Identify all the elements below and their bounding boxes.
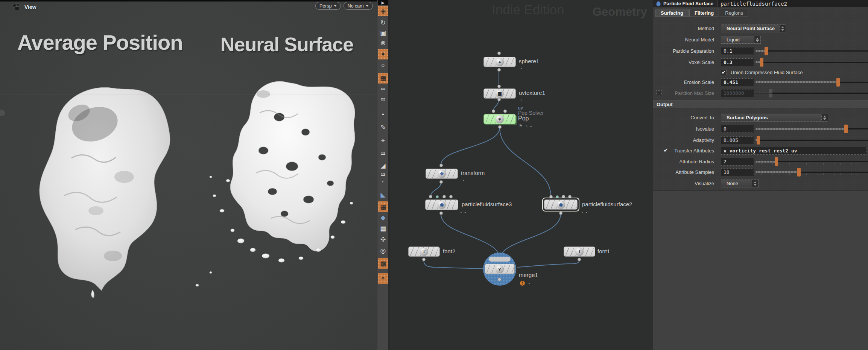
font-node-icon: T [575, 248, 584, 256]
perspective-menu-button[interactable]: Persp [315, 2, 341, 10]
output-section-header[interactable]: Output [653, 100, 868, 108]
particle-separation-slider[interactable] [756, 47, 868, 55]
particle-separation-field[interactable]: 0.1 [721, 47, 754, 55]
node-merge1[interactable]: ⋎ [485, 264, 515, 274]
multi-texture-icon[interactable]: ◆ [378, 212, 388, 223]
node-input-dot[interactable] [449, 195, 453, 198]
node-input-dot[interactable] [492, 110, 495, 113]
display-points-icon[interactable]: • [378, 109, 388, 120]
voxel-scale-slider[interactable] [756, 58, 868, 66]
profile-curves-icon[interactable]: ◜ [378, 177, 388, 188]
camera-icon [13, 4, 21, 11]
headlight-icon[interactable]: ✦ [378, 49, 388, 59]
attribute-radius-field[interactable]: 2 [721, 158, 754, 166]
param-row-neural-model: Neural Model Liquid [653, 36, 868, 44]
node-sphere1[interactable]: ● [483, 57, 516, 67]
disable-lighting-icon[interactable]: ⊗ [378, 38, 388, 48]
node-input-dot[interactable] [497, 52, 501, 55]
node-output-dot[interactable] [497, 68, 501, 72]
attribute-samples-field[interactable]: 10 [721, 168, 754, 176]
convert-to-dropdown[interactable]: Surface Polygons [721, 114, 828, 122]
param-row-attribute-samples: Attribute Samples 10 [653, 168, 868, 176]
node-input-dot[interactable] [439, 164, 443, 167]
point-numbers-icon[interactable]: 12 [378, 148, 388, 158]
node-label-particlefluidsurface3: particlefluidsurface3 [462, 201, 512, 207]
method-dropdown[interactable]: Neural Point Surface [721, 24, 786, 32]
union-compressed-checkbox[interactable]: ✔ [721, 70, 727, 75]
overlay-text-icon[interactable]: ◎ [378, 245, 388, 256]
spinner-icon[interactable] [779, 25, 786, 32]
node-transform[interactable]: ✥ [426, 169, 458, 179]
camera-select-button[interactable]: No cam [344, 2, 373, 10]
node-input-dot[interactable] [429, 195, 432, 198]
node-output-dot[interactable] [498, 125, 502, 129]
param-row-isovalue: Isovalue 0 [653, 125, 868, 133]
node-uvtexture1[interactable]: ▦ [483, 88, 516, 99]
spinner-icon[interactable] [821, 114, 828, 121]
merge-node-cap [489, 257, 511, 262]
attribute-samples-slider[interactable] [756, 168, 868, 176]
display-flags-icon[interactable]: ▤ [378, 223, 388, 234]
neural-model-dropdown[interactable]: Liquid [721, 36, 761, 44]
transfer-attributes-field[interactable]: v vorticity rest rest2 uv [721, 147, 867, 155]
particle-sprites-icon[interactable]: ✣ [378, 234, 388, 245]
param-row-attribute-radius: Attribute Radius 2 [653, 158, 868, 166]
scene-viewport[interactable]: View Persp No cam Average Position Neura… [0, 0, 377, 350]
chevron-down-icon [366, 5, 369, 7]
erosion-scale-slider[interactable] [756, 78, 868, 86]
node-input-dot[interactable] [442, 195, 446, 198]
point-normals-icon[interactable]: ✎ [378, 122, 388, 132]
lock-badge-icon: ▪ [586, 210, 587, 215]
wireframe-ghost-icon[interactable]: ▦ [378, 201, 388, 212]
tab-filtering[interactable]: Filtering [689, 9, 719, 17]
orbit-tool-icon[interactable]: ↻ [378, 17, 388, 28]
node-pop-solver[interactable]: ✶ [483, 114, 516, 124]
node-input-dot[interactable] [503, 110, 507, 113]
lighting-icon[interactable]: ○ [378, 60, 388, 71]
view-tool-indicator[interactable]: View [13, 4, 36, 11]
voxel-scale-field[interactable]: 0.3 [721, 58, 754, 66]
smooth-shaded-icon[interactable]: ▦ [378, 73, 388, 84]
tab-regions[interactable]: Regions [720, 9, 748, 17]
attribute-radius-slider[interactable] [756, 158, 868, 166]
flag-badge-icon[interactable]: ⚑ [519, 123, 523, 128]
node-input-dot[interactable] [497, 85, 501, 88]
param-row-method: Method Neural Point Surface [653, 24, 868, 32]
node-particlefluidsurface3[interactable]: ◉ [425, 199, 458, 210]
tab-surfacing[interactable]: Surfacing [655, 9, 689, 17]
node-output-dot[interactable] [578, 258, 581, 261]
view-tool-icon[interactable]: ◈ [378, 6, 388, 16]
adaptivity-slider[interactable] [756, 136, 868, 144]
isovalue-field[interactable]: 0 [721, 125, 754, 133]
adaptivity-field[interactable]: 0.005 [721, 136, 754, 144]
node-input-dot-uv[interactable] [436, 195, 439, 198]
spinner-icon[interactable] [752, 180, 758, 187]
node-output-dot[interactable] [439, 212, 443, 215]
node-output-dot[interactable] [559, 212, 562, 215]
ghost-objects-icon[interactable]: ∞ [378, 84, 388, 94]
point-markers-icon[interactable]: ⌖ [378, 135, 388, 146]
isovalue-slider[interactable] [756, 125, 868, 133]
background-image-icon[interactable]: ▩ [378, 258, 388, 269]
hide-objects-icon[interactable]: ∞ [378, 94, 388, 105]
shaded-normals-icon[interactable]: ◣ [378, 189, 388, 200]
node-name-field[interactable]: particlefluidsurface2 [717, 0, 868, 7]
node-output-dot[interactable] [422, 258, 426, 261]
camera-handles-icon[interactable]: ⌖ [378, 273, 388, 284]
visualize-dropdown[interactable]: None [721, 180, 759, 187]
lock-icon[interactable]: ▣ [378, 27, 388, 38]
node-output-dot[interactable] [497, 98, 501, 101]
node-output-dot[interactable] [439, 180, 443, 184]
node-output-dot[interactable] [498, 278, 501, 281]
node-font2[interactable]: T [408, 247, 440, 257]
node-particlefluidsurface2[interactable]: ◉ [544, 199, 578, 210]
erosion-scale-field[interactable]: 0.451 [721, 78, 754, 86]
playbar-expand-icon[interactable]: ▶ [378, 0, 388, 5]
node-font1[interactable]: T [564, 247, 595, 257]
network-editor[interactable]: Indie Edition Geometry ● sphere1 ◔ [389, 0, 653, 350]
lock-badge-icon: ▪ [531, 124, 532, 128]
warning-badge-icon[interactable]: ! [520, 281, 525, 286]
spinner-icon[interactable] [754, 36, 760, 43]
param-row-adaptivity: Adaptivity 0.005 [653, 136, 868, 144]
node-label-merge1: merge1 [519, 272, 538, 278]
